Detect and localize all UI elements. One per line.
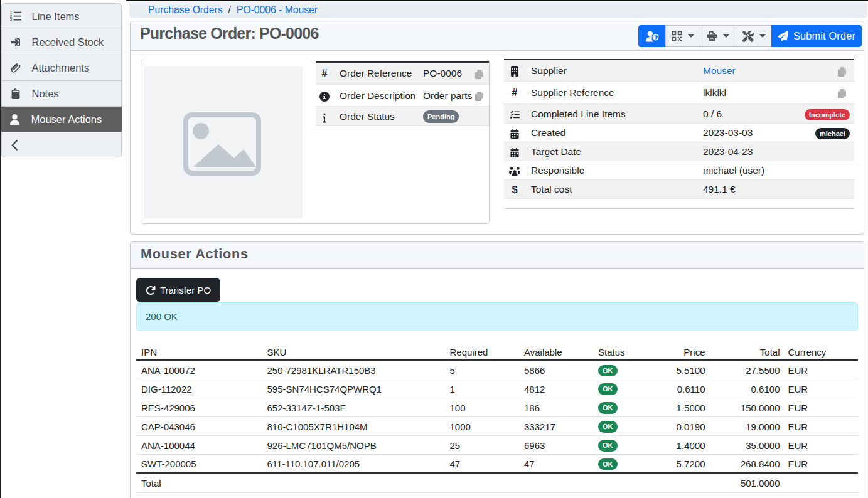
svg-text:3: 3 [10,18,12,21]
svg-text:1: 1 [10,11,12,14]
svg-text:2: 2 [10,14,12,18]
